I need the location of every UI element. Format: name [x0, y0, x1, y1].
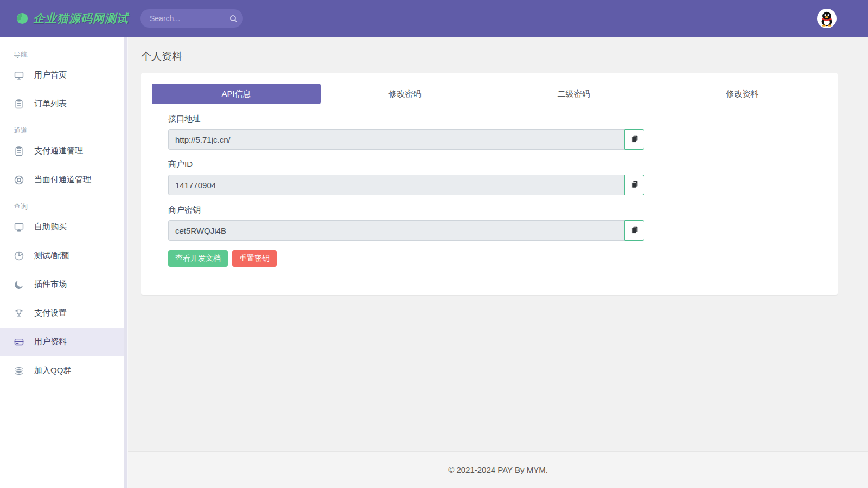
- api-info-form: 接口地址商户ID商户密钥查看开发文档重置密钥: [168, 114, 644, 267]
- view-docs-button[interactable]: 查看开发文档: [168, 250, 228, 267]
- sidebar-section-label: 查询: [14, 201, 110, 213]
- sidebar-item-label: 测试/配额: [34, 251, 69, 261]
- sidebar-item-lifebuoy[interactable]: 当面付通道管理: [0, 165, 124, 194]
- coins-icon: [14, 365, 24, 376]
- field-input-group: [168, 175, 644, 195]
- sidebar-item-credit-card[interactable]: 用户资料: [0, 328, 124, 356]
- field-label: 商户密钥: [168, 205, 644, 215]
- sidebar-item-clipboard[interactable]: 支付通道管理: [0, 137, 124, 165]
- sidebar-nav: 导航用户首页订单列表通道支付通道管理当面付通道管理查询自助购买测试/配额插件市场…: [0, 49, 124, 385]
- copy-icon: [630, 226, 639, 236]
- tab-3[interactable]: 修改资料: [658, 84, 827, 104]
- brand[interactable]: 企业猫源码网测试: [0, 11, 124, 26]
- profile-card: API信息修改密码二级密码修改资料 接口地址商户ID商户密钥查看开发文档重置密钥: [141, 73, 838, 295]
- sidebar-item-moon[interactable]: 插件市场: [0, 270, 124, 299]
- sidebar-item-monitor[interactable]: 用户首页: [0, 61, 124, 89]
- tab-1[interactable]: 修改密码: [321, 84, 489, 104]
- sidebar-item-coins[interactable]: 加入QQ群: [0, 356, 124, 385]
- sidebar-section-label: 导航: [14, 49, 110, 61]
- sidebar-item-label: 加入QQ群: [34, 365, 71, 376]
- field-label: 接口地址: [168, 114, 644, 124]
- monitor-icon: [14, 222, 24, 233]
- page-title: 个人资料: [128, 37, 868, 73]
- brand-title: 企业猫源码网测试: [33, 11, 129, 26]
- sidebar-item-label: 当面付通道管理: [34, 175, 91, 185]
- user-avatar[interactable]: [817, 9, 837, 28]
- copyright-text: © 2021-2024 PAY By MYM.: [448, 465, 548, 474]
- sidebar-item-label: 用户首页: [34, 70, 67, 80]
- field-input[interactable]: [168, 129, 625, 150]
- tab-bar: API信息修改密码二级密码修改资料: [152, 84, 827, 104]
- copy-button[interactable]: [625, 129, 644, 150]
- monitor-icon: [14, 70, 24, 81]
- sidebar-item-trophy[interactable]: 支付设置: [0, 299, 124, 328]
- sidebar-item-label: 用户资料: [34, 337, 67, 347]
- sidebar-item-label: 支付设置: [34, 308, 67, 318]
- field-input[interactable]: [168, 175, 625, 195]
- footer: © 2021-2024 PAY By MYM.: [128, 451, 868, 488]
- copy-icon: [630, 180, 639, 190]
- sidebar-item-label: 订单列表: [34, 99, 67, 109]
- sidebar-item-pie-chart[interactable]: 测试/配额: [0, 241, 124, 270]
- form-actions: 查看开发文档重置密钥: [168, 250, 644, 267]
- lifebuoy-icon: [14, 175, 24, 185]
- search-icon[interactable]: [226, 11, 241, 26]
- copy-button[interactable]: [625, 220, 644, 241]
- field-label: 商户ID: [168, 159, 644, 170]
- qq-penguin-icon: [818, 9, 836, 28]
- field-input[interactable]: [168, 220, 625, 241]
- brand-pie-icon: [16, 12, 28, 24]
- field-input-group: [168, 129, 644, 150]
- copy-button[interactable]: [625, 175, 644, 195]
- sidebar-item-label: 支付通道管理: [34, 146, 83, 156]
- reset-key-button[interactable]: 重置密钥: [232, 250, 277, 267]
- main-content: 个人资料 API信息修改密码二级密码修改资料 接口地址商户ID商户密钥查看开发文…: [128, 37, 868, 488]
- header: 企业猫源码网测试: [0, 0, 868, 37]
- field-input-group: [168, 220, 644, 241]
- sidebar-item-label: 自助购买: [34, 222, 67, 232]
- credit-card-icon: [14, 337, 24, 348]
- sidebar: 导航用户首页订单列表通道支付通道管理当面付通道管理查询自助购买测试/配额插件市场…: [0, 37, 124, 488]
- copy-icon: [630, 134, 639, 145]
- sidebar-scrollbar[interactable]: [124, 37, 128, 488]
- search-box: [140, 9, 243, 28]
- tab-0[interactable]: API信息: [152, 84, 321, 104]
- sidebar-item-label: 插件市场: [34, 279, 67, 290]
- clipboard-icon: [14, 99, 24, 110]
- sidebar-section-label: 通道: [14, 125, 110, 137]
- sidebar-item-monitor[interactable]: 自助购买: [0, 213, 124, 241]
- pie-chart-icon: [14, 251, 24, 261]
- clipboard-icon: [14, 146, 24, 157]
- moon-icon: [14, 279, 24, 290]
- tab-2[interactable]: 二级密码: [489, 84, 658, 104]
- trophy-icon: [14, 308, 24, 319]
- sidebar-item-clipboard[interactable]: 订单列表: [0, 89, 124, 118]
